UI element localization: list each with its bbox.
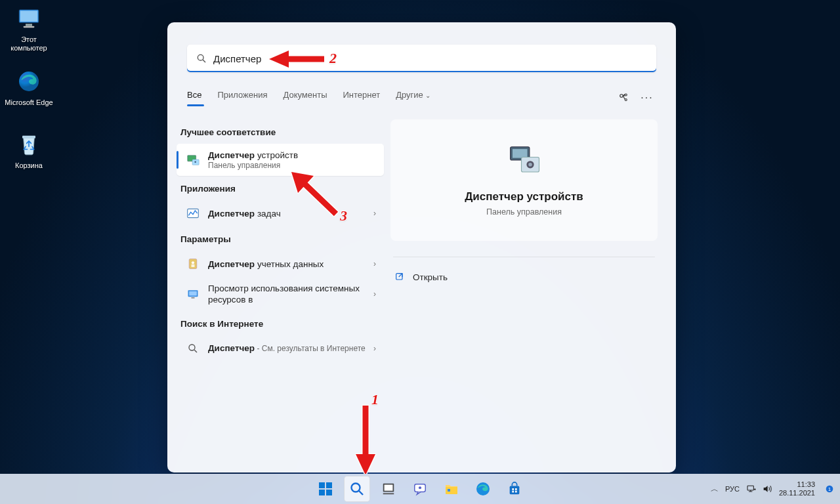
svg-point-8 [620, 94, 623, 98]
device-manager-icon [506, 142, 543, 178]
svg-rect-43 [385, 485, 393, 491]
annotation-label-3: 3 [340, 207, 347, 224]
network-icon[interactable] [746, 484, 757, 494]
svg-rect-1 [20, 10, 38, 22]
svg-rect-50 [510, 486, 520, 494]
svg-rect-20 [192, 297, 195, 299]
search-button[interactable] [344, 476, 370, 502]
svg-rect-53 [512, 491, 514, 493]
open-icon [394, 272, 405, 282]
device-manager-icon [186, 153, 200, 167]
pc-icon [14, 4, 43, 33]
svg-rect-47 [446, 487, 457, 494]
task-manager-icon [186, 206, 200, 220]
desktop-icon-label: Этот компьютер [4, 35, 54, 52]
tab-apps[interactable]: Приложения [217, 90, 267, 106]
more-icon[interactable]: ··· [638, 89, 656, 107]
result-credential-manager[interactable]: Диспетчер учетных данных › [177, 251, 384, 277]
svg-rect-19 [189, 291, 197, 296]
taskview-button[interactable] [375, 476, 402, 502]
svg-rect-51 [512, 488, 514, 490]
explorer-button[interactable] [438, 476, 465, 502]
annotation-arrow-2 [269, 49, 326, 72]
tab-documents[interactable]: Документы [283, 90, 327, 106]
chevron-right-icon: › [371, 289, 379, 299]
taskbar: ︿ РУС 11:33 28.11.2021 1 [0, 474, 840, 504]
tab-all[interactable]: Все [187, 90, 201, 106]
preview-column: Диспетчер устройств Панель управления От… [384, 113, 676, 472]
svg-rect-24 [513, 149, 528, 158]
search-tabs: Все Приложения Документы Интернет Другие… [187, 87, 656, 109]
tray-clock[interactable]: 11:33 28.11.2021 [779, 480, 815, 497]
svg-point-40 [352, 484, 360, 492]
svg-marker-33 [269, 51, 289, 68]
annotation-label-1: 1 [371, 391, 379, 408]
desktop-icon-label: Microsoft Edge [4, 98, 54, 107]
svg-line-41 [359, 491, 363, 495]
svg-marker-31 [356, 454, 375, 475]
result-resource-monitor[interactable]: Просмотр использования системных ресурсо… [177, 277, 384, 311]
result-subtitle: Панель управления [208, 161, 379, 170]
section-best-match: Лучшее соответствие [177, 119, 384, 144]
tab-web[interactable]: Интернет [343, 90, 380, 106]
tray-overflow[interactable]: ︿ [711, 484, 719, 495]
search-icon [186, 341, 200, 356]
tray-language[interactable]: РУС [725, 485, 740, 493]
section-web: Поиск в Интернете [177, 311, 384, 335]
svg-point-16 [192, 261, 194, 264]
resource-monitor-icon [186, 287, 200, 301]
svg-rect-39 [326, 490, 332, 495]
svg-rect-38 [319, 490, 325, 495]
section-apps: Приложения [177, 176, 384, 200]
chevron-down-icon: ⌄ [425, 92, 430, 99]
action-open[interactable]: Открыть [390, 266, 658, 287]
accounts-icon[interactable] [614, 89, 633, 107]
preview-subtitle: Панель управления [486, 207, 562, 217]
search-popup: Все Приложения Документы Интернет Другие… [167, 22, 676, 472]
section-settings: Параметры [177, 226, 384, 251]
result-web-search[interactable]: Диспетчер - См. результаты в Интернете › [177, 335, 384, 362]
svg-line-34 [304, 184, 336, 214]
search-bar[interactable] [187, 45, 656, 72]
desktop-icon-edge[interactable]: Microsoft Edge [4, 67, 54, 107]
search-icon [196, 53, 207, 64]
svg-rect-2 [26, 24, 32, 26]
annotation-arrow-1 [354, 403, 377, 479]
svg-point-21 [189, 345, 195, 350]
svg-point-27 [528, 163, 532, 167]
chat-button[interactable] [407, 476, 433, 502]
svg-rect-54 [515, 491, 517, 493]
result-title: Диспетчер - См. результаты в Интернете [208, 343, 371, 354]
svg-rect-17 [192, 264, 195, 267]
result-title: Диспетчер учетных данных [208, 259, 371, 270]
result-title: Диспетчер устройств [208, 150, 379, 161]
chevron-right-icon: › [371, 344, 379, 353]
edge-button[interactable] [470, 476, 496, 502]
preview-title: Диспетчер устройств [465, 190, 583, 203]
svg-rect-55 [747, 486, 753, 490]
svg-line-7 [203, 60, 205, 62]
store-button[interactable] [501, 476, 528, 502]
preview-card: Диспетчер устройств Панель управления [390, 119, 658, 241]
taskbar-tray: ︿ РУС 11:33 28.11.2021 1 [711, 480, 835, 497]
result-device-manager[interactable]: Диспетчер устройств Панель управления [177, 144, 384, 176]
start-button[interactable] [312, 476, 339, 502]
svg-rect-5 [22, 136, 35, 138]
notifications-icon[interactable]: 1 [824, 484, 835, 494]
result-task-manager[interactable]: Диспетчер задач › [177, 200, 384, 226]
svg-text:1: 1 [828, 486, 831, 492]
svg-rect-37 [326, 482, 332, 488]
edge-icon [14, 67, 43, 96]
desktop-icon-this-pc[interactable]: Этот компьютер [4, 4, 54, 52]
tab-more[interactable]: Другие⌄ [396, 90, 430, 106]
chevron-right-icon: › [371, 259, 379, 268]
annotation-label-2: 2 [329, 50, 337, 67]
desktop-icon-recycle[interactable]: Корзина [4, 130, 54, 170]
svg-rect-48 [448, 489, 450, 492]
svg-rect-52 [515, 488, 517, 490]
taskbar-center [312, 476, 528, 502]
volume-icon[interactable] [762, 484, 772, 494]
svg-point-6 [198, 54, 203, 60]
credential-icon [186, 257, 200, 271]
svg-rect-36 [319, 482, 325, 488]
